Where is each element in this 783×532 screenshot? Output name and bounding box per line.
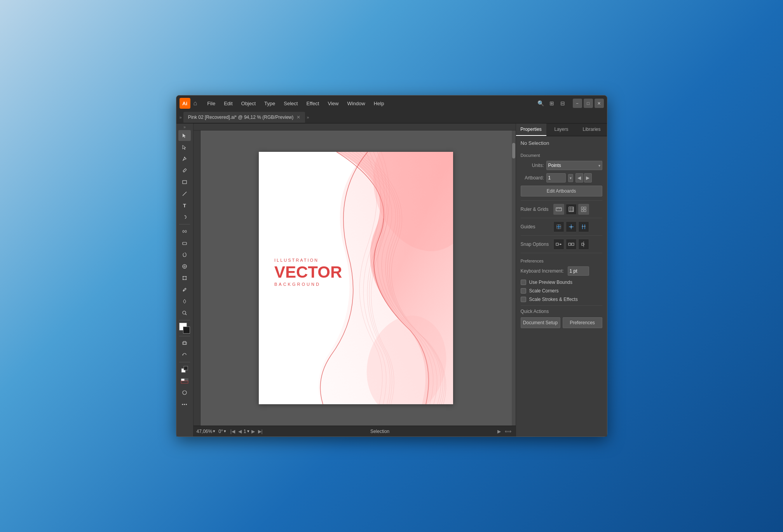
preferences-button[interactable]: Preferences	[563, 317, 602, 328]
canvas-viewport[interactable]: ILLUSTRATION VECTOR BACKGROUND	[201, 130, 512, 426]
tool-divider-1	[179, 224, 190, 224]
color-swatches[interactable]	[179, 323, 190, 334]
artboard: ILLUSTRATION VECTOR BACKGROUND	[259, 152, 453, 404]
menu-type[interactable]: Type	[260, 99, 279, 108]
zoom-tool[interactable]	[178, 308, 191, 318]
document-tab[interactable]: Pink 02 [Recovered].ai* @ 94,12 % (RGB/P…	[183, 112, 305, 123]
collapse-left-icon[interactable]: »	[178, 115, 183, 120]
close-button[interactable]: ✕	[595, 99, 604, 108]
tab-properties[interactable]: Properties	[516, 123, 546, 136]
artboard-prev-btn[interactable]: ◀	[575, 173, 583, 183]
menu-object[interactable]: Object	[237, 99, 260, 108]
artboard-dropdown-icon[interactable]: ▾	[568, 174, 573, 182]
menu-edit[interactable]: Edit	[220, 99, 236, 108]
menu-file[interactable]: File	[203, 99, 219, 108]
artboard-num-display[interactable]: 1	[244, 429, 246, 434]
scale-corners-checkbox[interactable]	[521, 288, 526, 294]
rotation-dropdown-icon[interactable]: ▾	[224, 429, 226, 434]
lasso-tool[interactable]	[178, 249, 191, 260]
home-icon[interactable]: ⌂	[194, 100, 197, 107]
pen-tool[interactable]	[178, 153, 191, 164]
menu-window[interactable]: Window	[343, 99, 369, 108]
guide-icon-btn-3[interactable]	[578, 221, 589, 232]
pixel-grid-icon-btn[interactable]	[578, 204, 589, 215]
background-color[interactable]	[183, 327, 190, 334]
toolbar-collapse-icon[interactable]: »	[182, 125, 187, 129]
artboard-last-icon[interactable]: ▶|	[257, 429, 264, 434]
zoom-display[interactable]: 47,06% ▾	[197, 429, 216, 434]
rotate-tool[interactable]	[178, 212, 191, 223]
artboard-prev-icon[interactable]: ◀	[237, 429, 243, 434]
right-panel: Properties Layers Libraries No Selection…	[516, 123, 607, 436]
rotation-display[interactable]: 0° ▾	[218, 429, 226, 434]
preferences-section-label: Preferences	[521, 256, 602, 263]
eyedropper-tool[interactable]	[178, 284, 191, 295]
quick-actions-buttons: Document Setup Preferences	[521, 317, 602, 328]
direct-selection-tool[interactable]	[178, 142, 191, 153]
maximize-button[interactable]: □	[584, 99, 593, 108]
snap-icon-btn-2[interactable]	[566, 239, 577, 250]
vertical-scrollbar-thumb[interactable]	[512, 143, 515, 158]
main-content: » T	[176, 123, 607, 436]
tab-title: Pink 02 [Recovered].ai* @ 94,12 % (RGB/P…	[188, 115, 294, 120]
blend-tool[interactable]	[178, 226, 191, 237]
vertical-scrollbar[interactable]	[512, 130, 516, 426]
guide-icon-btn-2[interactable]: ab	[566, 221, 577, 232]
pencil-tool[interactable]	[178, 165, 191, 176]
artboard-next-icon[interactable]: ▶	[250, 429, 256, 434]
window-controls: − □ ✕	[573, 99, 604, 108]
symbol-tool[interactable]	[178, 387, 191, 398]
svg-rect-19	[183, 341, 186, 344]
menu-view[interactable]: View	[324, 99, 342, 108]
edit-artboards-button[interactable]: Edit Artboards	[521, 186, 602, 196]
layer-visibility-tool[interactable]	[178, 338, 191, 349]
status-play-icon[interactable]: ▶	[496, 429, 502, 434]
grid-icon-btn[interactable]	[566, 204, 577, 215]
panel-content: No Selection Document Units: Points ▾ Ar…	[516, 136, 607, 436]
panel-toggle-icon[interactable]: ⊟	[559, 99, 567, 107]
search-icon[interactable]: 🔍	[537, 99, 545, 107]
status-expand-icon[interactable]: ⟺	[504, 429, 513, 434]
guide-icon-btn-1[interactable]	[553, 221, 564, 232]
eraser-tool[interactable]	[178, 238, 191, 249]
no-selection-label: No Selection	[521, 140, 602, 146]
artboard-input[interactable]: 1	[546, 173, 566, 183]
snap-icon-btn-1[interactable]	[553, 239, 564, 250]
menu-select[interactable]: Select	[280, 99, 302, 108]
puppet-warp-tool[interactable]	[178, 296, 191, 307]
menu-effect[interactable]: Effect	[302, 99, 323, 108]
keyboard-increment-input[interactable]: 1 pt	[568, 266, 589, 276]
minimize-button[interactable]: −	[573, 99, 582, 108]
units-select[interactable]: Points ▾	[546, 161, 602, 170]
artboard-dropdown-icon[interactable]: ▾	[247, 429, 249, 434]
workspace-icon[interactable]: ⊞	[548, 99, 556, 107]
zoom-dropdown-icon[interactable]: ▾	[213, 429, 215, 434]
use-preview-bounds-checkbox[interactable]	[521, 280, 526, 285]
menu-help[interactable]: Help	[370, 99, 388, 108]
collapse-right-icon[interactable]: »	[305, 115, 310, 120]
svg-rect-18	[183, 342, 187, 344]
free-transform-tool[interactable]	[178, 273, 191, 283]
svg-rect-24	[181, 381, 188, 383]
tab-libraries[interactable]: Libraries	[577, 123, 607, 136]
tab-close-icon[interactable]: ✕	[296, 115, 300, 120]
artboard-next-btn[interactable]: ▶	[584, 173, 592, 183]
undo-tool[interactable]	[178, 349, 191, 360]
gradient-tool[interactable]	[178, 376, 191, 386]
snap-icon-btn-3[interactable]	[578, 239, 589, 250]
shape-builder-tool[interactable]	[178, 261, 191, 272]
artboard-first-icon[interactable]: |◀	[229, 429, 236, 434]
stroke-fill-toggle[interactable]	[178, 364, 191, 375]
rectangle-tool[interactable]	[178, 177, 191, 188]
more-tools[interactable]: •••	[178, 399, 191, 410]
tab-layers[interactable]: Layers	[546, 123, 577, 136]
ruler-icon-btn[interactable]	[553, 204, 564, 215]
selection-tool[interactable]	[178, 130, 191, 141]
line-tool[interactable]	[178, 188, 191, 199]
left-toolbar: » T	[176, 123, 194, 436]
type-tool[interactable]: T	[178, 200, 191, 211]
scale-strokes-checkbox[interactable]	[521, 297, 526, 302]
canvas-content: ILLUSTRATION VECTOR BACKGROUND	[194, 130, 516, 426]
title-bar: Ai ⌂ File Edit Object Type Select Effect…	[176, 96, 607, 111]
document-setup-button[interactable]: Document Setup	[521, 317, 560, 328]
